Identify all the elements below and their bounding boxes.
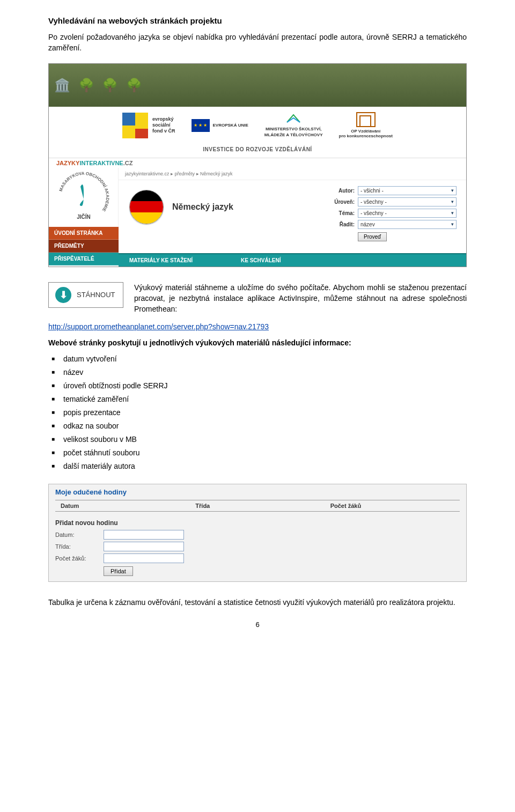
chevron-down-icon: ▾	[451, 187, 454, 195]
site-brand: JAZYKYINTERAKTIVNE.CZ	[49, 158, 466, 168]
nav-contributors[interactable]: PŘISPĚVATELÉ	[49, 253, 119, 265]
brand-text-2: INTERAKTIVNE	[79, 160, 123, 166]
list-item: odkaz na soubor	[63, 419, 467, 433]
brand-text-3: .CZ	[123, 160, 133, 166]
page-number: 6	[48, 621, 467, 629]
brand-text-1: JAZYKY	[56, 160, 79, 166]
invest-slogan: INVESTICE DO ROZVOJE VZDĚLÁVÁNÍ	[49, 144, 466, 158]
svg-text:MASARYKOVA OBCHODNÍ AKADEMIE: MASARYKOVA OBCHODNÍ AKADEMIE	[58, 171, 110, 213]
opvk-icon	[356, 112, 376, 127]
page-title: Vyhledávání na webových stránkách projek…	[48, 16, 467, 25]
content-area: jazykyinteraktivne.cz ▸ předměty ▸ Němec…	[119, 168, 466, 267]
decorative-banner: 🏛️ 🌳 🌳 🌳	[54, 78, 144, 93]
intro-paragraph: Po zvolení požadovaného jazyka se objeví…	[48, 32, 467, 54]
sponsor-logos-row: evropský sociální fond v ČR ★ ★ ★ EVROPS…	[49, 107, 466, 144]
search-submit-button[interactable]: Proveď	[358, 232, 387, 241]
form-count-input[interactable]	[104, 553, 184, 563]
form-count-label: Počet žáků:	[55, 555, 104, 562]
content-tabs: MATERIÁLY KE STAŽENÍ KE SCHVÁLENÍ	[119, 253, 466, 267]
campus-banner: 🏛️ 🌳 🌳 🌳	[49, 64, 466, 107]
tab-downloads[interactable]: MATERIÁLY KE STAŽENÍ	[129, 257, 193, 263]
level-label: Úroveň:	[333, 199, 355, 205]
list-item: velikost souboru v MB	[63, 433, 467, 446]
project-site-screenshot: 🏛️ 🌳 🌳 🌳 evropský sociální fond v ČR ★ ★…	[48, 63, 467, 267]
list-item: další materiály autora	[63, 460, 467, 473]
chevron-down-icon: ▾	[451, 220, 454, 228]
closing-paragraph: Tabulka je určena k záznamu ověřování, t…	[48, 597, 467, 608]
add-lesson-form: Datum: Třída: Počet žáků: Přidat	[49, 530, 466, 581]
eu-logo: ★ ★ ★ EVROPSKÁ UNIE	[192, 119, 248, 132]
form-class-label: Třída:	[55, 543, 104, 550]
sort-label: Řadit:	[333, 222, 355, 227]
svg-text:JIČÍN: JIČÍN	[77, 213, 91, 220]
list-item: popis prezentace	[63, 406, 467, 419]
topic-select[interactable]: - všechny -▾	[358, 209, 457, 218]
sidebar: MASARYKOVA OBCHODNÍ AKADEMIE JIČÍN ÚVODN…	[49, 168, 119, 267]
info-bullet-list: datum vytvoření název úroveň obtížnosti …	[48, 352, 467, 473]
author-label: Autor:	[333, 188, 355, 194]
info-intro: Webové stránky poskytují u jednotlivých …	[48, 338, 467, 347]
sidebar-nav: ÚVODNÍ STRÁNKA PŘEDMĚTY PŘISPĚVATELÉ	[49, 227, 119, 265]
col-date: Datum	[55, 500, 190, 511]
list-item: počet stáhnutí souboru	[63, 446, 467, 460]
form-date-input[interactable]	[104, 530, 184, 540]
sort-select[interactable]: název▾	[358, 220, 457, 229]
list-item: úroveň obtížnosti podle SERRJ	[63, 379, 467, 393]
form-date-label: Datum:	[55, 532, 104, 538]
msmt-icon	[286, 113, 301, 124]
subject-name: Německý jazyk	[172, 202, 233, 212]
chevron-down-icon: ▾	[451, 209, 454, 217]
add-lesson-heading: Přidat novou hodinu	[49, 514, 466, 530]
search-filters: Autor: - všichni -▾ Úroveň: - všechny -▾…	[333, 186, 457, 241]
author-select[interactable]: - všichni -▾	[358, 186, 457, 195]
level-select[interactable]: - všechny -▾	[358, 197, 457, 206]
download-label[interactable]: STÁHNOUT	[77, 291, 115, 299]
download-box: ⬇ STÁHNOUT	[48, 282, 123, 308]
eu-label: EVROPSKÁ UNIE	[213, 123, 248, 128]
download-icon: ⬇	[55, 287, 71, 303]
col-count: Počet žáků	[325, 500, 460, 511]
nav-subjects[interactable]: PŘEDMĚTY	[49, 240, 119, 253]
tab-approval[interactable]: KE SCHVÁLENÍ	[241, 257, 281, 263]
add-lesson-button[interactable]: Přidat	[104, 566, 133, 576]
german-flag-icon	[129, 190, 164, 224]
lessons-heading: Moje odučené hodiny	[49, 484, 466, 500]
nav-home[interactable]: ÚVODNÍ STRÁNKA	[49, 227, 119, 240]
form-class-input[interactable]	[104, 542, 184, 551]
promethean-link[interactable]: http://support.prometheanplanet.com/serv…	[48, 322, 269, 331]
esf-icon	[122, 113, 148, 138]
list-item: tematické zaměření	[63, 393, 467, 406]
list-item: název	[63, 366, 467, 379]
esf-logo: evropský sociální fond v ČR	[122, 113, 175, 138]
lessons-screenshot: Moje odučené hodiny Datum Třída Počet žá…	[48, 484, 467, 582]
download-description: Výukový materiál stáhneme a uložíme do s…	[134, 282, 467, 315]
msmt-logo: MINISTERSTVO ŠKOLSTVÍ, MLÁDEŽE A TĚLOVÝC…	[264, 113, 323, 138]
eu-flag-icon: ★ ★ ★	[192, 119, 210, 132]
list-item: datum vytvoření	[63, 352, 467, 366]
breadcrumb: jazykyinteraktivne.cz ▸ předměty ▸ Němec…	[119, 168, 466, 180]
esf-text: evropský sociální fond v ČR	[152, 116, 175, 134]
col-class: Třída	[190, 500, 325, 511]
opvk-logo: OP Vzdělávání pro konkurenceschopnost	[339, 112, 393, 139]
chevron-down-icon: ▾	[451, 198, 454, 206]
download-section: ⬇ STÁHNOUT Výukový materiál stáhneme a u…	[48, 282, 467, 315]
topic-label: Téma:	[333, 210, 355, 216]
school-logo: MASARYKOVA OBCHODNÍ AKADEMIE JIČÍN	[49, 168, 119, 227]
lessons-table: Datum Třída Počet žáků	[49, 500, 466, 514]
